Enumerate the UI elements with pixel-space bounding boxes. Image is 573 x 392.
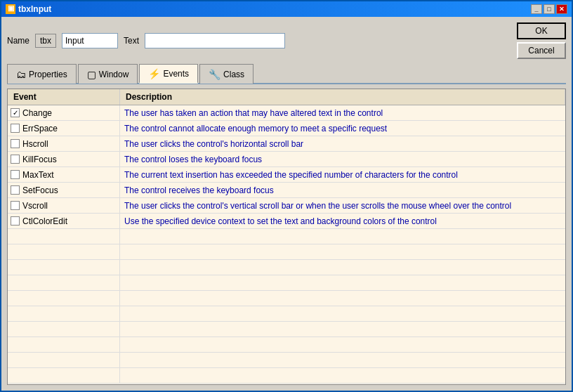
event-checkbox[interactable] xyxy=(11,216,20,226)
event-cell: MaxText xyxy=(8,167,120,182)
name-input[interactable] xyxy=(62,33,118,48)
event-description: The control cannot allocate enough memor… xyxy=(120,121,565,136)
table-row: CtlColorEditUse the specified device con… xyxy=(8,214,565,229)
window-tab-icon: ▢ xyxy=(87,69,96,80)
event-name: KillFocus xyxy=(22,155,57,164)
main-window: ▣ tbxInput _ □ ✕ Name tbx Text OK Cancel… xyxy=(0,0,573,392)
event-cell: Vscroll xyxy=(8,198,120,213)
event-checkbox[interactable] xyxy=(11,185,20,195)
tab-window-label: Window xyxy=(99,70,129,79)
event-description: Use the specified device context to set … xyxy=(120,214,565,228)
event-description: The current text insertion has exceeded … xyxy=(120,167,565,182)
tab-window[interactable]: ▢ Window xyxy=(78,64,138,84)
table-row: VscrollThe user clicks the control's ver… xyxy=(8,198,565,214)
event-description: The user clicks the control's vertical s… xyxy=(120,198,565,213)
empty-row xyxy=(8,353,565,368)
table-body: ✓ChangeThe user has taken an action that… xyxy=(8,105,565,384)
tab-events[interactable]: ⚡ Events xyxy=(139,64,198,84)
title-bar-left: ▣ tbxInput xyxy=(6,4,51,14)
table-header: Event Description xyxy=(8,89,565,105)
event-description: The user clicks the control's horizontal… xyxy=(120,136,565,151)
properties-icon: 🗂 xyxy=(16,69,26,80)
col-description-header: Description xyxy=(120,89,565,105)
empty-row xyxy=(8,368,565,384)
event-name: CtlColorEdit xyxy=(22,216,67,226)
event-name: Change xyxy=(22,108,52,118)
tab-class[interactable]: 🔧 Class xyxy=(199,64,253,84)
event-description: The user has taken an action that may ha… xyxy=(120,105,565,120)
event-name: MaxText xyxy=(22,170,54,180)
table-row: ErrSpaceThe control cannot allocate enou… xyxy=(8,121,565,136)
name-prefix: tbx xyxy=(35,34,56,48)
action-buttons: OK Cancel xyxy=(514,22,566,59)
event-checkbox[interactable] xyxy=(11,139,20,148)
event-name: SetFocus xyxy=(22,185,58,195)
event-checkbox[interactable] xyxy=(11,170,20,179)
text-input[interactable] xyxy=(145,33,285,48)
title-bar: ▣ tbxInput _ □ ✕ xyxy=(1,1,572,17)
content-area: Name tbx Text OK Cancel 🗂 Properties ▢ W… xyxy=(1,17,572,391)
window-title: tbxInput xyxy=(18,4,51,14)
event-checkbox[interactable] xyxy=(11,201,20,210)
event-description: The control receives the keyboard focus xyxy=(120,183,565,197)
event-name: ErrSpace xyxy=(22,124,58,133)
text-label: Text xyxy=(124,36,139,46)
empty-row xyxy=(8,291,565,306)
event-checkbox[interactable]: ✓ xyxy=(11,108,20,117)
table-row: MaxTextThe current text insertion has ex… xyxy=(8,167,565,183)
event-cell: ErrSpace xyxy=(8,121,120,136)
table-row: KillFocusThe control loses the keyboard … xyxy=(8,152,565,167)
tabs-row: 🗂 Properties ▢ Window ⚡ Events 🔧 Class xyxy=(7,63,566,84)
event-name: Vscroll xyxy=(22,201,48,211)
ok-button[interactable]: OK xyxy=(517,22,566,39)
empty-row xyxy=(8,322,565,337)
cancel-button[interactable]: Cancel xyxy=(517,42,566,59)
empty-row xyxy=(8,244,565,260)
empty-row xyxy=(8,229,565,244)
col-event-header: Event xyxy=(8,89,120,105)
empty-row xyxy=(8,306,565,322)
empty-row xyxy=(8,260,565,275)
name-label: Name xyxy=(7,36,29,46)
event-cell: CtlColorEdit xyxy=(8,214,120,228)
table-row: SetFocusThe control receives the keyboar… xyxy=(8,183,565,198)
tab-events-label: Events xyxy=(163,69,189,79)
event-checkbox[interactable] xyxy=(11,155,20,164)
event-cell: KillFocus xyxy=(8,152,120,166)
close-button[interactable]: ✕ xyxy=(556,4,567,14)
window-icon: ▣ xyxy=(6,4,15,14)
top-row: Name tbx Text OK Cancel xyxy=(7,22,566,59)
tab-properties-label: Properties xyxy=(29,70,67,79)
event-description: The control loses the keyboard focus xyxy=(120,152,565,166)
event-name: Hscroll xyxy=(22,139,48,149)
events-icon: ⚡ xyxy=(148,68,160,79)
event-cell: ✓Change xyxy=(8,105,120,120)
empty-row xyxy=(8,275,565,291)
tab-properties[interactable]: 🗂 Properties xyxy=(7,64,77,84)
event-cell: Hscroll xyxy=(8,136,120,151)
minimize-button[interactable]: _ xyxy=(531,4,542,14)
event-cell: SetFocus xyxy=(8,183,120,197)
class-icon: 🔧 xyxy=(209,69,220,80)
tab-class-label: Class xyxy=(223,70,244,79)
event-checkbox[interactable] xyxy=(11,124,20,133)
title-controls: _ □ ✕ xyxy=(531,4,567,14)
empty-row xyxy=(8,337,565,353)
maximize-button[interactable]: □ xyxy=(544,4,555,14)
table-row: HscrollThe user clicks the control's hor… xyxy=(8,136,565,152)
events-table-area: Event Description ✓ChangeThe user has ta… xyxy=(7,89,566,385)
table-row: ✓ChangeThe user has taken an action that… xyxy=(8,105,565,121)
